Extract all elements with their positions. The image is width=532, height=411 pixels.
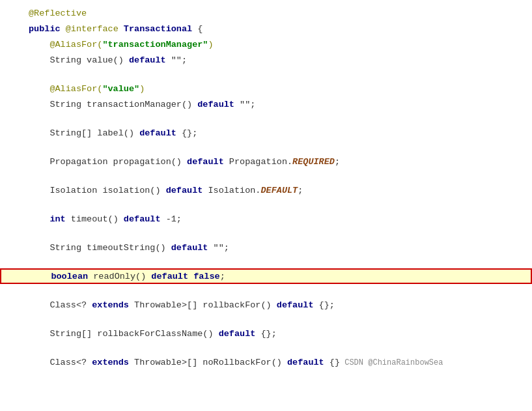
keyword-token: int [49, 214, 65, 224]
keyword-token: default [287, 358, 324, 367]
line-content: @AliasFor("transactionManager") [26, 40, 532, 50]
line-content: boolean readOnly() default false; [27, 272, 531, 281]
keyword-token: extends [92, 358, 129, 367]
classname-token: Transactional [124, 24, 192, 34]
code-line-empty7 [0, 255, 532, 268]
code-line-3: @AliasFor("transactionManager") [0, 36, 532, 52]
code-line-21: Class<? extends Throwable>[] rollbackFor… [0, 297, 532, 313]
keyword-token: default [277, 300, 314, 310]
code-line-4: String value() default ""; [0, 52, 532, 68]
code-line-9: String[] label() default {}; [0, 125, 532, 141]
keyword-token: default [124, 214, 161, 224]
keyword-token: boolean [51, 272, 88, 281]
code-line-11: Propagation propagation() default Propag… [0, 154, 532, 169]
code-line-1: @Reflective [0, 5, 532, 21]
keyword-token: default [171, 243, 208, 253]
annotation-token: @AliasFor("value") [49, 84, 145, 94]
annotation-token: @AliasFor("transactionManager") [49, 40, 213, 50]
code-line-empty5 [0, 198, 532, 211]
code-line-empty3 [0, 141, 532, 154]
keyword-token: default [139, 128, 176, 138]
code-line-19-highlighted: boolean readOnly() default false; [0, 268, 532, 284]
keyword-token: extends [92, 300, 129, 310]
code-line-empty9 [0, 313, 532, 326]
code-line-empty [0, 68, 532, 81]
code-line-17: String timeoutString() default ""; [0, 240, 532, 255]
code-viewer: @Reflective public @interface Transactio… [0, 0, 532, 411]
code-line-7: String transactionManager() default ""; [0, 96, 532, 112]
annotation-token: @Reflective [29, 8, 87, 18]
line-content: String[] rollbackForClassName() default … [26, 329, 532, 339]
line-content: String timeoutString() default ""; [26, 243, 532, 253]
code-line-15: int timeout() default -1; [0, 211, 532, 227]
string-token: "value" [102, 84, 139, 94]
watermark-text: CSDN @ChinaRainbowSea [340, 358, 443, 367]
line-content: Propagation propagation() default Propag… [26, 157, 532, 167]
line-content: @AliasFor("value") [26, 84, 532, 94]
code-line-2: public @interface Transactional { [0, 21, 532, 36]
code-line-empty6 [0, 227, 532, 240]
keyword-token: default [197, 100, 234, 109]
code-line-empty4 [0, 169, 532, 182]
interface-token: @interface [66, 24, 119, 34]
line-content: Class<? extends Throwable>[] noRollbackF… [26, 358, 532, 367]
line-content: Isolation isolation() default Isolation.… [26, 186, 532, 195]
keyword-token: default [166, 186, 203, 195]
const-token: REQUIRED [292, 157, 335, 167]
code-line-empty8 [0, 284, 532, 297]
code-line-13: Isolation isolation() default Isolation.… [0, 182, 532, 198]
line-content: String[] label() default {}; [26, 128, 532, 138]
code-line-empty10 [0, 341, 532, 354]
keyword-token: default [219, 329, 256, 339]
keyword-token: public [29, 24, 61, 34]
const-token: DEFAULT [260, 186, 298, 195]
line-content: int timeout() default -1; [26, 214, 532, 224]
string-token: "transactionManager" [102, 40, 208, 50]
keyword-token: default [151, 272, 188, 281]
line-content: String transactionManager() default ""; [26, 100, 532, 109]
line-content: Class<? extends Throwable>[] rollbackFor… [26, 300, 532, 310]
keyword-token: default [187, 157, 224, 167]
line-content: public @interface Transactional { [26, 24, 532, 34]
keyword-token: default [129, 55, 166, 65]
line-content: String value() default ""; [26, 55, 532, 65]
code-line-6: @AliasFor("value") [0, 81, 532, 96]
code-line-25: Class<? extends Throwable>[] noRollbackF… [0, 354, 532, 370]
code-line-23: String[] rollbackForClassName() default … [0, 326, 532, 341]
line-content: @Reflective [26, 8, 532, 18]
keyword-token: false [193, 272, 220, 281]
code-line-empty2 [0, 112, 532, 125]
